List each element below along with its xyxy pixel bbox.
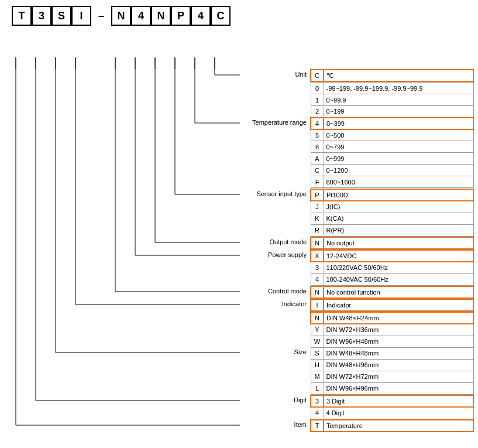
option-row: RR(PR) <box>311 224 473 236</box>
options-indicator: IIndicator <box>310 299 474 312</box>
option-row: 0-99~199, -99.9~199.9, -99.9~99.9 <box>311 83 473 94</box>
option-desc: No output <box>324 237 473 249</box>
option-row: SDIN W48×H48mm <box>311 347 473 359</box>
option-row: C0~1200 <box>311 165 473 176</box>
option-desc: 4 Digit <box>324 407 473 419</box>
option-row: JJ(IC) <box>311 201 473 213</box>
option-desc: DIN W48×H24mm <box>324 312 473 324</box>
option-row: NNo output <box>311 237 473 249</box>
option-desc: ℃ <box>324 70 473 81</box>
option-desc: 600~1600 <box>324 176 473 188</box>
option-code: F <box>311 176 324 188</box>
label-power_supply: Power supply <box>240 249 310 258</box>
label-unit: Unit <box>240 69 310 78</box>
option-code: 4 <box>311 118 324 129</box>
option-desc: DIN W96×H48mm <box>324 336 473 347</box>
label-temp_range: Temperature range <box>240 82 310 126</box>
option-code: H <box>311 359 324 371</box>
option-row: 20~199 <box>311 106 473 118</box>
label-indicator: Indicator <box>240 299 310 307</box>
option-row: 3110/220VAC 50/60Hz <box>311 262 473 273</box>
option-desc: -99~199, -99.9~199.9, -99.9~99.9 <box>324 83 473 94</box>
option-desc: DIN W96×H96mm <box>324 382 473 394</box>
option-row: LDIN W96×H96mm <box>311 382 473 394</box>
label-output_mode: Output mode <box>240 237 310 245</box>
model-code: T 3 S I – N 4 N P 4 C <box>12 6 472 26</box>
option-row: NNo control function <box>311 286 473 298</box>
option-code: Y <box>311 324 324 336</box>
options-digit: 33 Digit44 Digit <box>310 395 474 419</box>
section-indicator: IndicatorIIndicator <box>6 299 474 312</box>
option-row: KK(CA) <box>311 213 473 224</box>
option-code: W <box>311 336 324 347</box>
option-code: 5 <box>311 129 324 141</box>
sections-container: UnitC℃Temperature range0-99~199, -99.9~1… <box>6 37 474 432</box>
options-size: NDIN W48×H24mmYDIN W72×H36mmWDIN W96×H48… <box>310 312 474 395</box>
option-row: 33 Digit <box>311 395 473 407</box>
option-desc: 0~99.9 <box>324 94 473 106</box>
option-code: 4 <box>311 273 324 285</box>
option-code: A <box>311 153 324 165</box>
char-S: S <box>51 6 71 26</box>
option-code: S <box>311 347 324 359</box>
option-row: 4100-240VAC 50/60Hz <box>311 273 473 285</box>
option-row: HDIN W48×H96mm <box>311 359 473 371</box>
section-output_mode: Output modeNNo output <box>6 237 474 249</box>
option-desc: DIN W48×H48mm <box>324 347 473 359</box>
option-desc: K(CA) <box>324 213 473 224</box>
option-row: A0~999 <box>311 153 473 165</box>
option-code: 0 <box>311 83 324 94</box>
char-I: I <box>71 6 91 26</box>
option-code: 1 <box>311 94 324 106</box>
option-row: 10~99.9 <box>311 94 473 106</box>
option-desc: R(PR) <box>324 224 473 236</box>
option-desc: 0~799 <box>324 141 473 153</box>
option-desc: 0~399 <box>324 118 473 129</box>
option-row: F600~1600 <box>311 176 473 188</box>
options-temp_range: 0-99~199, -99.9~199.9, -99.9~99.910~99.9… <box>310 82 474 188</box>
option-row: MDIN W72×H72mm <box>311 371 473 382</box>
section-power_supply: Power supplyX12-24VDC3110/220VAC 50/60Hz… <box>6 249 474 286</box>
char-4: 4 <box>131 6 151 26</box>
option-code: 3 <box>311 262 324 273</box>
option-row: WDIN W96×H48mm <box>311 336 473 347</box>
option-desc: 0~500 <box>324 129 473 141</box>
option-desc: DIN W72×H72mm <box>324 371 473 382</box>
option-code: X <box>311 250 324 262</box>
option-row: X12-24VDC <box>311 250 473 262</box>
char-N: N <box>111 6 131 26</box>
char-P: P <box>171 6 191 26</box>
option-desc: 110/220VAC 50/60Hz <box>324 262 473 273</box>
options-item: TTemperature <box>310 419 474 432</box>
option-row: 44 Digit <box>311 407 473 419</box>
option-code: C <box>311 70 324 81</box>
char-N2: N <box>151 6 171 26</box>
option-code: J <box>311 201 324 213</box>
option-desc: DIN W72×H36mm <box>324 324 473 336</box>
option-row: IIndicator <box>311 299 473 311</box>
label-size: Size <box>240 312 310 355</box>
label-sensor_input: Sensor input type <box>240 189 310 197</box>
label-control_mode: Control mode <box>240 286 310 295</box>
option-desc: No control function <box>324 286 473 298</box>
option-code: 4 <box>311 407 324 419</box>
option-row: PPt100Ω <box>311 189 473 201</box>
option-row: TTemperature <box>311 420 473 432</box>
options-output_mode: NNo output <box>310 237 474 249</box>
option-desc: 0~1200 <box>324 165 473 176</box>
option-code: M <box>311 371 324 382</box>
option-code: P <box>311 189 324 201</box>
option-code: 3 <box>311 395 324 407</box>
label-item: Item <box>240 419 310 428</box>
option-row: 50~500 <box>311 129 473 141</box>
option-desc: 3 Digit <box>324 395 473 407</box>
options-power_supply: X12-24VDC3110/220VAC 50/60Hz4100-240VAC … <box>310 249 474 286</box>
option-code: N <box>311 286 324 298</box>
option-row: NDIN W48×H24mm <box>311 312 473 324</box>
option-desc: Pt100Ω <box>324 189 473 201</box>
option-code: 2 <box>311 106 324 118</box>
char-C: C <box>211 6 231 26</box>
section-sensor_input: Sensor input typePPt100ΩJJ(IC)KK(CA)RR(P… <box>6 189 474 237</box>
section-size: SizeNDIN W48×H24mmYDIN W72×H36mmWDIN W96… <box>6 312 474 395</box>
option-code: I <box>311 299 324 311</box>
